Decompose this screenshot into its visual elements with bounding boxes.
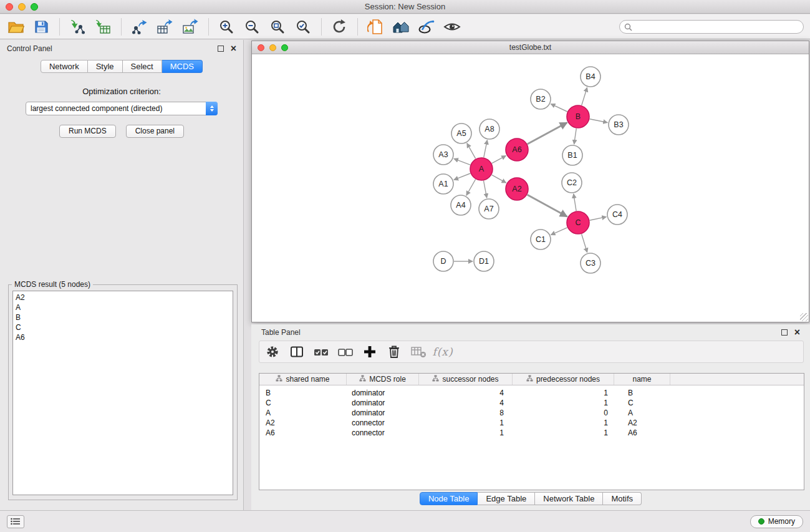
graph-node-A7[interactable]: A7 (479, 199, 499, 219)
export-image-icon[interactable] (181, 17, 200, 36)
column-header-predecessor-nodes[interactable]: predecessor nodes (513, 374, 614, 385)
zoom-icon[interactable] (31, 3, 38, 11)
apply-layout-icon[interactable] (330, 17, 349, 36)
select-all-icon[interactable] (313, 344, 329, 360)
memory-button[interactable]: Memory (750, 515, 803, 528)
close-panel-button[interactable]: Close panel (126, 125, 184, 138)
tab-motifs[interactable]: Motifs (603, 492, 642, 505)
graph-edge[interactable] (484, 181, 487, 198)
zoom-fit-icon[interactable] (268, 17, 287, 36)
graph-edge[interactable] (551, 228, 567, 235)
graph-node-C[interactable]: C (567, 211, 589, 234)
graph-edge[interactable] (466, 180, 476, 196)
zoom-icon[interactable] (281, 44, 288, 51)
paintbrush-icon[interactable] (417, 17, 436, 36)
tab-style[interactable]: Style (88, 60, 123, 73)
graph-edge[interactable] (590, 119, 608, 123)
function-builder-icon[interactable]: f(x) (435, 344, 451, 360)
graph-node-B2[interactable]: B2 (531, 89, 551, 109)
mcds-result-item[interactable]: A (13, 302, 233, 312)
graph-node-D1[interactable]: D1 (474, 251, 494, 271)
graph-node-C2[interactable]: C2 (562, 173, 582, 193)
graph-edge[interactable] (590, 217, 607, 221)
network-graph[interactable]: B4B2BB3A5A8A6A3B1AA1C2A2A4A7C4CC1C3DD1 (252, 54, 809, 322)
tab-node-table[interactable]: Node Table (420, 492, 478, 505)
delete-table-icon[interactable] (410, 344, 427, 360)
delete-row-icon[interactable] (386, 344, 402, 360)
tab-network-table[interactable]: Network Table (535, 492, 603, 505)
tab-select[interactable]: Select (123, 60, 162, 73)
graph-node-B[interactable]: B (567, 105, 589, 128)
session-document-icon[interactable] (366, 17, 385, 36)
graph-node-B3[interactable]: B3 (609, 115, 629, 135)
float-icon[interactable] (218, 46, 224, 52)
graph-node-A4[interactable]: A4 (451, 195, 471, 215)
zoom-selected-icon[interactable] (294, 17, 312, 36)
eye-icon[interactable] (443, 17, 461, 36)
graph-edge[interactable] (492, 175, 506, 183)
network-canvas[interactable]: B4B2BB3A5A8A6A3B1AA1C2A2A4A7C4CC1C3DD1 (252, 54, 809, 322)
minimize-icon[interactable] (18, 3, 26, 11)
deselect-all-icon[interactable] (337, 344, 354, 360)
graph-edge[interactable] (467, 143, 476, 159)
graph-node-D[interactable]: D (433, 251, 453, 271)
close-icon[interactable]: × (231, 45, 236, 52)
float-icon[interactable] (781, 329, 788, 336)
graph-node-C3[interactable]: C3 (581, 253, 600, 273)
task-list-icon[interactable] (7, 515, 24, 528)
column-header-name[interactable]: name (614, 374, 670, 385)
tab-edge-table[interactable]: Edge Table (478, 492, 535, 505)
add-row-icon[interactable] (362, 344, 378, 360)
column-header-shared-name[interactable]: shared name (259, 374, 347, 385)
graph-edge[interactable] (492, 156, 506, 163)
export-network-icon[interactable] (130, 17, 148, 36)
node-table-body[interactable]: Bdominator41BCdominator41CAdominator80AA… (259, 385, 804, 490)
close-icon[interactable] (6, 3, 13, 11)
resize-grip[interactable] (800, 313, 808, 321)
close-icon[interactable] (258, 44, 264, 51)
graph-node-A2[interactable]: A2 (506, 178, 528, 200)
search-input[interactable] (619, 20, 804, 34)
home-network-icon[interactable] (392, 17, 410, 36)
graph-node-A3[interactable]: A3 (433, 145, 453, 165)
graph-edge[interactable] (551, 104, 567, 112)
graph-node-A[interactable]: A (470, 158, 493, 180)
table-row[interactable]: A2connector11A2 (259, 418, 804, 428)
graph-edge[interactable] (454, 158, 470, 165)
mcds-result-item[interactable]: C (13, 322, 233, 332)
graph-edge[interactable] (484, 140, 488, 158)
graph-node-B4[interactable]: B4 (581, 67, 600, 87)
graph-edge[interactable] (454, 173, 471, 180)
graph-edge[interactable] (582, 87, 587, 105)
minimize-icon[interactable] (269, 44, 276, 51)
tab-mcds[interactable]: MCDS (162, 60, 203, 73)
graph-node-C4[interactable]: C4 (607, 205, 627, 225)
graph-edge[interactable] (528, 195, 567, 216)
graph-edge[interactable] (528, 123, 567, 145)
column-header-successor-nodes[interactable]: successor nodes (419, 374, 513, 385)
graph-node-A1[interactable]: A1 (433, 174, 453, 194)
mcds-result-item[interactable]: A6 (13, 332, 233, 342)
graph-edge[interactable] (574, 128, 577, 144)
open-session-icon[interactable] (6, 17, 25, 36)
table-row[interactable]: Adominator80A (259, 408, 804, 418)
graph-edge[interactable] (574, 194, 576, 211)
zoom-in-icon[interactable] (217, 17, 236, 36)
zoom-out-icon[interactable] (243, 17, 261, 36)
table-row[interactable]: A6connector11A6 (259, 428, 804, 438)
close-icon[interactable]: × (794, 329, 800, 336)
graph-node-A8[interactable]: A8 (480, 119, 499, 139)
graph-node-A6[interactable]: A6 (506, 138, 528, 161)
table-row[interactable]: Cdominator41C (259, 398, 804, 408)
import-table-icon[interactable] (94, 17, 112, 36)
gear-icon[interactable] (264, 344, 281, 360)
run-mcds-button[interactable]: Run MCDS (59, 125, 116, 138)
criterion-dropdown[interactable]: largest connected component (directed) (26, 102, 218, 115)
graph-node-C1[interactable]: C1 (531, 230, 551, 249)
graph-node-A5[interactable]: A5 (451, 123, 471, 143)
import-network-icon[interactable] (68, 17, 87, 36)
save-session-icon[interactable] (32, 17, 51, 36)
mcds-result-list[interactable]: A2ABCA6 (12, 291, 233, 495)
graph-edge[interactable] (582, 234, 587, 253)
table-row[interactable]: Bdominator41B (259, 388, 804, 398)
